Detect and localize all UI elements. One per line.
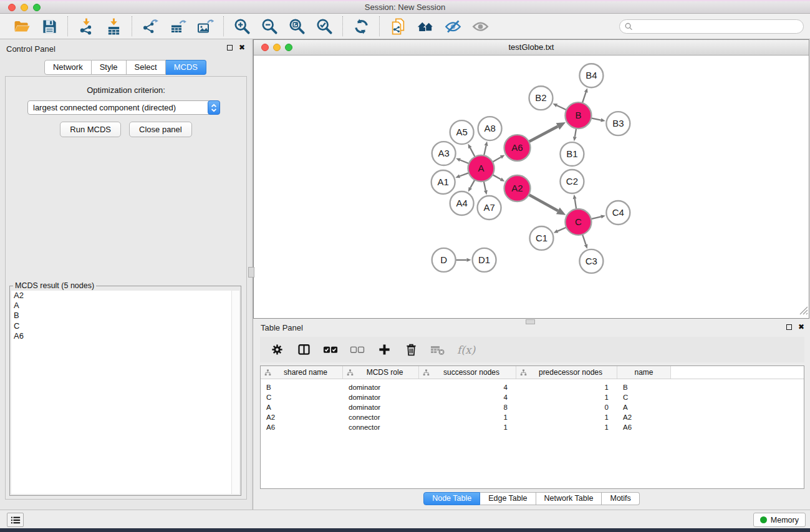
toolbar-search[interactable] bbox=[619, 19, 804, 34]
graph-node-B4[interactable]: B4 bbox=[579, 64, 603, 87]
table-cell[interactable]: 8 bbox=[419, 404, 516, 411]
table-cell[interactable]: dominator bbox=[343, 394, 419, 401]
table-row[interactable]: Cdominator41C bbox=[261, 392, 804, 402]
network-window-titlebar[interactable]: testGlobe.txt bbox=[254, 40, 809, 56]
network-minimize-button[interactable] bbox=[273, 44, 281, 51]
horizontal-splitter-handle[interactable] bbox=[526, 319, 535, 324]
close-panel-button[interactable]: Close panel bbox=[129, 122, 192, 137]
duplicate-network-icon[interactable] bbox=[389, 17, 407, 35]
graph-node-A7[interactable]: A7 bbox=[478, 196, 501, 220]
zoom-fit-icon[interactable] bbox=[288, 17, 306, 35]
table-cell[interactable]: 1 bbox=[516, 394, 617, 401]
graph-edge-C-C3[interactable] bbox=[582, 235, 586, 244]
graph-edge-B-B3[interactable] bbox=[591, 118, 601, 120]
graph-node-A5[interactable]: A5 bbox=[450, 120, 474, 144]
graph-node-D[interactable]: D bbox=[432, 248, 456, 272]
graph-node-A4[interactable]: A4 bbox=[450, 191, 474, 215]
minimize-window-button[interactable] bbox=[21, 4, 28, 11]
graph-node-C2[interactable]: C2 bbox=[560, 170, 584, 193]
table-cell[interactable]: C bbox=[617, 394, 671, 401]
criterion-select[interactable]: largest connected component (directed) bbox=[27, 100, 220, 115]
list-item[interactable]: A bbox=[11, 301, 239, 311]
tab-style[interactable]: Style bbox=[92, 60, 127, 75]
table-cell[interactable]: connector bbox=[343, 423, 419, 431]
select-all-icon[interactable] bbox=[323, 343, 338, 357]
save-session-icon[interactable] bbox=[41, 17, 58, 35]
table-cell[interactable]: A bbox=[617, 404, 671, 411]
graph-node-A6[interactable]: A6 bbox=[504, 135, 531, 161]
tab-network[interactable]: Network bbox=[44, 60, 92, 75]
table-cell[interactable]: A2 bbox=[261, 414, 343, 421]
table-cell[interactable]: 4 bbox=[419, 384, 516, 391]
table-cell[interactable]: A2 bbox=[617, 414, 671, 421]
table-cell[interactable]: A6 bbox=[617, 423, 671, 431]
column-header-predecessor-nodes[interactable]: predecessor nodes bbox=[516, 366, 617, 379]
table-cell[interactable]: 1 bbox=[516, 384, 617, 391]
run-mcds-button[interactable]: Run MCDS bbox=[60, 122, 121, 137]
table-cell[interactable]: 0 bbox=[516, 404, 617, 411]
table-cell[interactable]: 1 bbox=[516, 414, 617, 421]
column-header-mcds-role[interactable]: MCDS role bbox=[343, 366, 419, 379]
graph-edge-A-A1[interactable] bbox=[460, 173, 469, 176]
table-cell[interactable]: 4 bbox=[419, 394, 516, 401]
graph-edge-A-A5[interactable] bbox=[470, 148, 475, 157]
list-item[interactable]: A6 bbox=[11, 331, 239, 341]
graph-edge-A-A8[interactable] bbox=[484, 146, 486, 156]
column-header-name[interactable]: name bbox=[617, 366, 671, 379]
resize-grip-icon[interactable] bbox=[799, 306, 808, 317]
tab-motifs[interactable]: Motifs bbox=[602, 492, 639, 505]
table-cell[interactable]: dominator bbox=[343, 404, 419, 411]
tab-node-table[interactable]: Node Table bbox=[423, 492, 480, 505]
table-cell[interactable]: 1 bbox=[419, 414, 516, 421]
graph-edge-A6-B[interactable] bbox=[529, 127, 557, 142]
graph-edge-A-A6[interactable] bbox=[493, 157, 501, 162]
table-row[interactable]: A2connector11A2 bbox=[261, 412, 804, 422]
graph-edge-C-C2[interactable] bbox=[575, 199, 576, 209]
tab-network-table[interactable]: Network Table bbox=[536, 492, 602, 505]
vertical-splitter-handle[interactable] bbox=[248, 267, 254, 278]
network-close-button[interactable] bbox=[261, 44, 269, 51]
graph-node-C[interactable]: C bbox=[565, 209, 591, 235]
graph-edge-A-A4[interactable] bbox=[470, 180, 475, 188]
table-cell[interactable]: 1 bbox=[516, 423, 617, 431]
network-graph[interactable]: B4B2BB3A8A5A6A3B1AC2A1A2A4A7C4CC1C3DD1 bbox=[254, 56, 809, 318]
zoom-out-icon[interactable] bbox=[261, 17, 278, 35]
tab-mcds[interactable]: MCDS bbox=[166, 60, 206, 75]
export-table-icon[interactable] bbox=[169, 17, 186, 35]
float-table-panel-icon[interactable] bbox=[786, 324, 792, 330]
graph-node-C1[interactable]: C1 bbox=[530, 226, 554, 250]
tab-select[interactable]: Select bbox=[127, 60, 166, 75]
network-maximize-button[interactable] bbox=[285, 44, 292, 51]
list-item[interactable]: C bbox=[11, 321, 239, 331]
graph-node-A8[interactable]: A8 bbox=[478, 117, 502, 140]
home-icon[interactable] bbox=[417, 17, 434, 35]
column-header-successor-nodes[interactable]: successor nodes bbox=[419, 366, 516, 379]
add-column-icon[interactable] bbox=[377, 343, 392, 357]
import-network-icon[interactable] bbox=[77, 17, 95, 35]
table-row[interactable]: Bdominator41B bbox=[261, 382, 804, 392]
float-panel-icon[interactable] bbox=[227, 45, 233, 51]
graph-node-B1[interactable]: B1 bbox=[560, 142, 584, 166]
graph-edge-A-A7[interactable] bbox=[484, 181, 486, 191]
table-row[interactable]: Adominator80A bbox=[261, 402, 804, 412]
graph-node-B2[interactable]: B2 bbox=[529, 86, 553, 110]
memory-button[interactable]: Memory bbox=[753, 513, 806, 527]
zoom-selected-icon[interactable] bbox=[316, 17, 333, 35]
graph-edge-C-C4[interactable] bbox=[591, 216, 601, 219]
tab-edge-table[interactable]: Edge Table bbox=[480, 492, 536, 505]
graph-edge-B-B4[interactable] bbox=[582, 92, 586, 103]
close-table-panel-icon[interactable]: ✖ bbox=[798, 324, 804, 331]
graph-node-A2[interactable]: A2 bbox=[504, 175, 531, 201]
close-window-button[interactable] bbox=[8, 4, 16, 11]
graph-node-D1[interactable]: D1 bbox=[473, 248, 496, 272]
graph-edge-C-C1[interactable] bbox=[557, 227, 566, 231]
open-file-icon[interactable] bbox=[13, 17, 31, 35]
graph-node-B3[interactable]: B3 bbox=[606, 112, 630, 135]
network-canvas[interactable]: B4B2BB3A8A5A6A3B1AC2A1A2A4A7C4CC1C3DD1 bbox=[254, 56, 809, 318]
graph-node-A3[interactable]: A3 bbox=[432, 142, 456, 165]
table-cell[interactable]: B bbox=[617, 384, 671, 391]
graph-node-B[interactable]: B bbox=[565, 102, 591, 128]
table-cell[interactable]: connector bbox=[343, 414, 419, 421]
list-item[interactable]: A2 bbox=[11, 291, 239, 301]
show-all-icon[interactable] bbox=[471, 17, 489, 35]
